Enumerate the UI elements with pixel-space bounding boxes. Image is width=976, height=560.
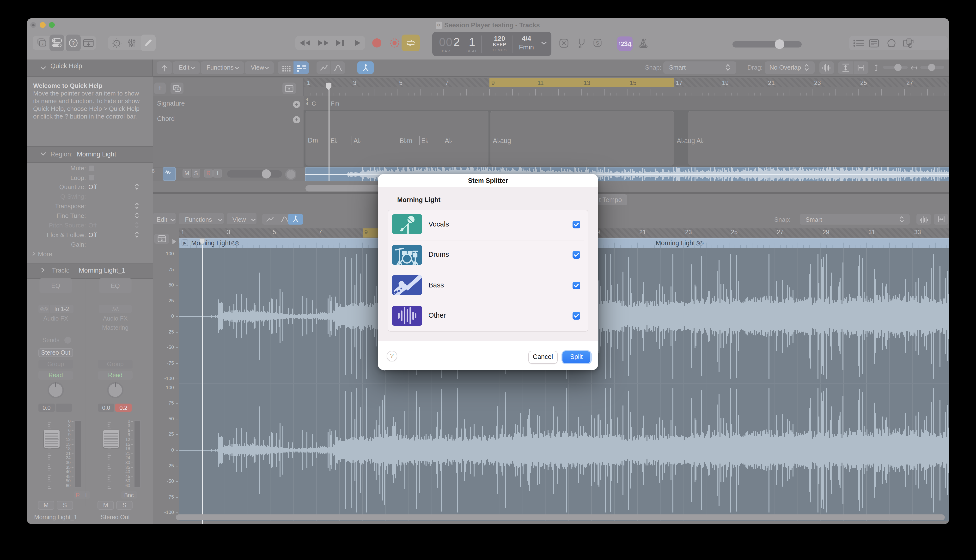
svg-text:S: S [596, 40, 599, 46]
svg-text:?: ? [72, 40, 75, 46]
svg-text:+: + [177, 87, 179, 91]
svg-text:♪: ♪ [42, 41, 44, 46]
